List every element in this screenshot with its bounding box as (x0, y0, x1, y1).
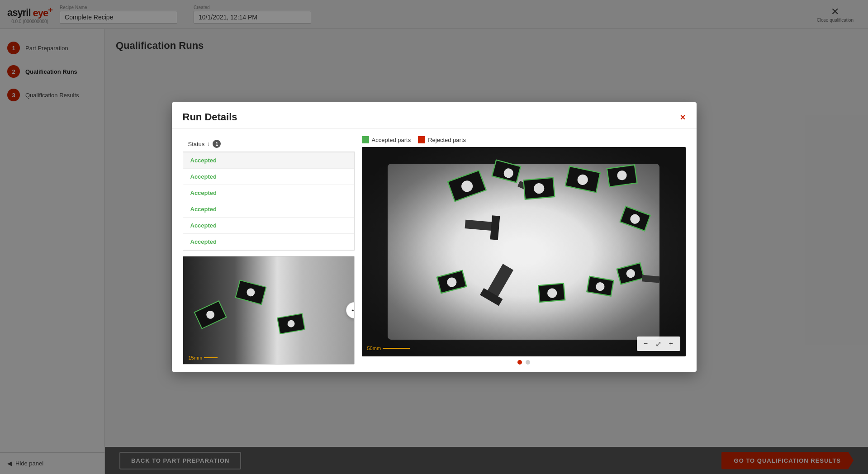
modal-header: Run Details × (172, 102, 697, 129)
main-scale-line (383, 348, 410, 349)
part-status: Accepted (190, 238, 217, 245)
modal-left-panel: Status ↓ 1 Accepted Accepted Accepted (183, 136, 355, 365)
fit-button[interactable]: ⤢ (653, 338, 664, 349)
status-column-label: Status (188, 141, 205, 147)
carousel-dot-2[interactable] (526, 360, 530, 365)
part-status: Accepted (190, 190, 217, 196)
main-image-area: 50mm − ⤢ + (362, 147, 686, 356)
modal-overlay: Run Details × Status ↓ 1 Accepted Accept… (0, 0, 868, 474)
part-status: Accepted (190, 222, 217, 229)
part-status: Accepted (190, 173, 217, 180)
zoom-in-button[interactable]: + (666, 338, 677, 349)
part-status: Accepted (190, 157, 217, 164)
thumbnail-parts-svg (183, 256, 354, 364)
rejected-color-box (418, 136, 425, 143)
thumbnail-scale: 15mm (189, 355, 218, 360)
rejected-label: Rejected parts (428, 137, 466, 143)
main-scale-label: 50mm (367, 346, 381, 351)
accepted-label: Accepted parts (372, 137, 411, 143)
carousel-dot-1[interactable] (517, 360, 522, 365)
status-header: Status ↓ 1 (183, 136, 355, 152)
image-controls: − ⤢ + (637, 337, 680, 351)
zoom-out-button[interactable]: − (640, 338, 651, 349)
legend: Accepted parts Rejected parts (362, 136, 686, 147)
thumbnail-canvas: 15mm (183, 256, 354, 364)
sort-icon: ↓ (207, 141, 210, 147)
list-item[interactable]: Accepted (183, 169, 354, 185)
camera-inner-light (388, 164, 659, 340)
list-item[interactable]: Accepted (183, 234, 354, 250)
list-item[interactable]: Accepted (183, 218, 354, 234)
run-details-modal: Run Details × Status ↓ 1 Accepted Accept… (172, 102, 697, 372)
sort-count-badge: 1 (213, 140, 221, 148)
modal-body: Status ↓ 1 Accepted Accepted Accepted (172, 129, 697, 372)
part-status: Accepted (190, 206, 217, 213)
carousel-dots (362, 356, 686, 365)
legend-rejected: Rejected parts (418, 136, 466, 143)
modal-close-button[interactable]: × (680, 112, 686, 123)
parts-list[interactable]: Accepted Accepted Accepted Accepted Acce… (183, 152, 355, 251)
list-item[interactable]: Accepted (183, 201, 354, 218)
legend-accepted: Accepted parts (362, 136, 411, 143)
thumbnail-scale-label: 15mm (189, 355, 203, 360)
thumbnail-area: 15mm ↔ (183, 256, 355, 365)
modal-title: Run Details (183, 111, 237, 123)
list-item[interactable]: Accepted (183, 152, 354, 169)
accepted-color-box (362, 136, 369, 143)
list-item[interactable]: Accepted (183, 185, 354, 201)
main-scale: 50mm (367, 346, 410, 351)
modal-right-panel: Accepted parts Rejected parts (362, 136, 686, 365)
scale-line (204, 357, 218, 358)
